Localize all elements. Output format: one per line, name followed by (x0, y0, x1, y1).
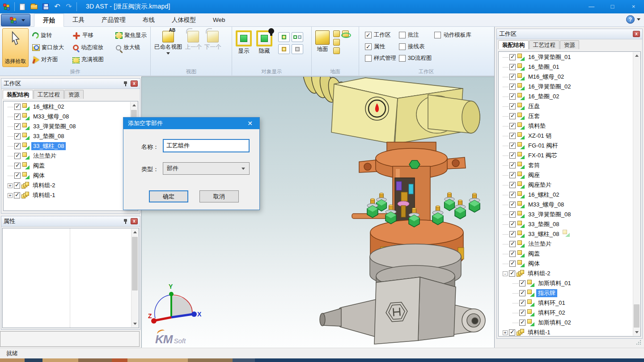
tree-checkbox[interactable]: ✓ (509, 231, 516, 237)
tree-item-label[interactable]: 阀座垫片 (526, 181, 553, 189)
scroll-up-icon[interactable] (131, 102, 138, 109)
tree-item-label[interactable]: 阀盖 (526, 250, 542, 258)
tree-item[interactable]: ✓FX-01 阀芯 (499, 151, 633, 160)
tab-human-model[interactable]: 人体模型 (163, 13, 204, 27)
tree-checkbox[interactable]: ✓ (509, 54, 516, 60)
tree-checkbox[interactable]: ✓ (14, 173, 21, 179)
tree-checkbox[interactable]: ✓ (519, 290, 525, 296)
dynamic-zoom-button[interactable]: 动态缩放 (72, 42, 115, 54)
scroll-down-icon[interactable] (633, 328, 640, 336)
tree-checkbox[interactable]: ✓ (509, 162, 516, 168)
panel-close-button[interactable]: x (633, 31, 640, 37)
tree-item[interactable]: ✓16_螺柱_02 (499, 190, 633, 200)
tree-item[interactable]: ✓33_垫圈_08 (499, 219, 633, 229)
tree-checkbox[interactable]: ✓ (509, 143, 516, 149)
tree-checkbox[interactable]: ✓ (509, 103, 516, 109)
tree-item[interactable]: ✓法兰垫片 (499, 239, 633, 249)
undo-button[interactable]: ↶ (52, 1, 63, 12)
help-icon[interactable]: ? (626, 15, 635, 24)
close-button[interactable]: × (623, 0, 644, 13)
tree-item[interactable]: ✓M33_螺母_08 (499, 200, 633, 210)
tree-item-label[interactable]: 16_垫圈_02 (526, 93, 561, 101)
tree-item[interactable]: ✓阀盖 (499, 249, 633, 259)
fit-view-button[interactable]: 充满视图 (72, 54, 115, 66)
tree-item-label[interactable]: 33_弹簧垫圈_08 (526, 210, 572, 219)
tree-item-label[interactable]: 16_螺柱_02 (526, 191, 561, 199)
tree-item[interactable]: ✓阀体 (499, 259, 633, 269)
tree-item[interactable]: ✓16_螺柱_02 (4, 102, 130, 112)
tree-checkbox[interactable]: ✓ (519, 310, 525, 316)
tree-checkbox[interactable]: ✓ (509, 123, 516, 129)
display-option-1-button[interactable] (278, 32, 290, 42)
tree-checkbox[interactable]: ✓ (509, 74, 516, 80)
tree-item-label[interactable]: 填料环_02 (536, 309, 567, 317)
tree-checkbox[interactable]: ✓ (509, 221, 516, 227)
tree-checkbox[interactable]: ✓ (509, 270, 515, 277)
focus-button[interactable]: 聚焦显示 (115, 30, 149, 42)
tree-item-label[interactable]: FX-01 阀芯 (526, 152, 559, 160)
named-views-button[interactable]: AB 已命名视图 (153, 30, 184, 55)
tree-checkbox[interactable]: ✓ (509, 133, 516, 139)
tree-checkbox[interactable]: ✓ (509, 211, 516, 218)
previous-view-button[interactable]: 上一个 (184, 30, 203, 52)
tree-item-label[interactable]: 阀盖 (31, 162, 47, 170)
tree-item-label[interactable]: M33_螺母_08 (31, 113, 71, 121)
select-pick-button[interactable]: 选择拾取 (2, 28, 29, 67)
annotation-checkbox[interactable]: 批注 (399, 31, 432, 39)
tree-item-label[interactable]: 套筒 (526, 161, 542, 169)
panel-close-button[interactable]: x (131, 218, 138, 224)
scroll-up-icon[interactable] (131, 229, 139, 236)
align-face-button[interactable]: 对齐面 (32, 54, 72, 66)
tree-item-label[interactable]: 指示牌 (536, 289, 557, 297)
tree-item[interactable]: +✓填料组-1 (4, 190, 130, 200)
tree-checkbox[interactable]: ✓ (14, 143, 21, 149)
tree-checkbox[interactable]: ✓ (509, 251, 516, 257)
scrollbar[interactable] (633, 52, 640, 336)
tree-item[interactable]: ✓阀座垫片 (499, 180, 633, 190)
tree-item-label[interactable]: 填料组-1 (31, 191, 57, 199)
tree-checkbox[interactable]: ✓ (509, 192, 516, 198)
ground-option-4-button[interactable] (342, 30, 349, 37)
tree-item-label[interactable]: 加斯填料_01 (536, 279, 573, 287)
hide-button[interactable]: 隐藏 (255, 29, 274, 56)
tree-item-label[interactable]: 16_垫圈_01 (526, 63, 561, 71)
tree-item-label[interactable]: 加斯填料_02 (536, 319, 573, 327)
tree-item-label[interactable]: M16_螺母_02 (526, 73, 566, 81)
tree-checkbox[interactable]: ✓ (509, 261, 516, 267)
tree-item[interactable]: ✓套筒 (499, 160, 633, 170)
style-manager-checkbox[interactable]: 样式管理 (365, 54, 396, 63)
right-panel-tab-process[interactable]: 工艺过程 (529, 40, 559, 49)
ground-button[interactable]: 地面 (314, 29, 331, 54)
tree-checkbox[interactable]: ✓ (509, 152, 516, 159)
tree-item[interactable]: ✓阀盖 (4, 161, 130, 171)
display-option-3-button[interactable] (278, 44, 290, 54)
ground-option-2-button[interactable] (333, 39, 340, 46)
tree-item[interactable]: ✓填料环_02 (499, 308, 633, 318)
tree-item[interactable]: ✓16_垫圈_01 (499, 62, 633, 72)
tree-item[interactable]: ✓FG-01 阀杆 (499, 141, 633, 151)
tree-item-label[interactable]: 填料垫 (526, 122, 547, 130)
tree-item-label[interactable]: 阀座 (526, 171, 542, 179)
tree-checkbox[interactable]: ✓ (519, 300, 525, 306)
pin-icon[interactable] (123, 219, 128, 224)
tree-checkbox[interactable]: ✓ (519, 280, 525, 286)
tree-item-label[interactable]: 33_螺柱_08 (31, 142, 66, 150)
tree-checkbox[interactable]: ✓ (14, 104, 21, 110)
tree-item[interactable]: -✓填料组-2 (499, 269, 633, 278)
tree-expander[interactable]: + (8, 183, 13, 188)
scroll-thumb[interactable] (634, 304, 640, 328)
tree-checkbox[interactable]: ✓ (14, 114, 21, 120)
tree-checkbox[interactable]: ✓ (509, 182, 516, 188)
tree-item-label[interactable]: 33_垫圈_08 (526, 220, 561, 228)
tree-item[interactable]: ✓33_垫圈_08 (4, 131, 130, 141)
display-option-4-button[interactable] (292, 44, 303, 54)
tree-checkbox[interactable]: ✓ (509, 172, 516, 178)
tree-checkbox[interactable]: ✓ (14, 192, 20, 198)
tree-item[interactable]: ✓法兰垫片 (4, 151, 130, 161)
tree-checkbox[interactable]: ✓ (14, 163, 21, 169)
type-select[interactable]: 部件 (163, 162, 250, 175)
window-zoom-button[interactable]: 窗口放大 (32, 42, 72, 54)
tree-item[interactable]: ✓加斯填料_01 (499, 278, 633, 288)
tree-item-label[interactable]: FG-01 阀杆 (526, 142, 559, 150)
tree-item[interactable]: ✓33_弹簧垫圈_08 (499, 210, 633, 219)
